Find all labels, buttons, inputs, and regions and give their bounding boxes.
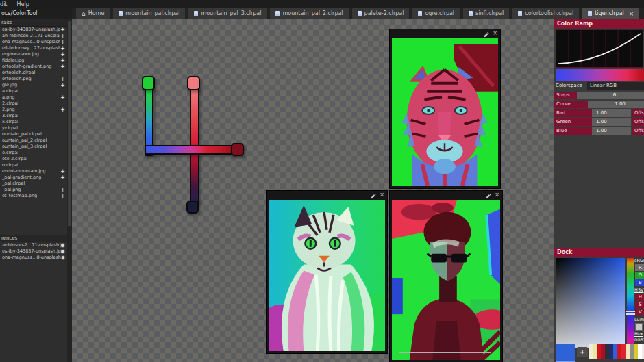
- ramp-node-green[interactable]: [142, 76, 155, 90]
- visibility-icon[interactable]: [61, 244, 64, 247]
- add-icon[interactable]: +: [60, 194, 65, 198]
- close-icon[interactable]: ×: [629, 11, 634, 16]
- viewer-scrollbar[interactable]: [399, 352, 491, 353]
- visibility-icon[interactable]: [62, 256, 64, 259]
- file-item[interactable]: _pal.clrpal: [0, 181, 67, 187]
- image-viewer-man[interactable]: ×: [389, 190, 503, 362]
- file-item[interactable]: an-robinson-2…71-unsplash.jpg+: [0, 33, 67, 39]
- add-icon[interactable]: +: [60, 34, 65, 38]
- file-item[interactable]: ountain_pal_3.clrpal: [0, 144, 67, 150]
- file-item[interactable]: es-iby-343837-unsplash.jpg: [0, 248, 67, 255]
- hue-slider[interactable]: [627, 258, 634, 348]
- ramp-node-dark-red[interactable]: [231, 143, 244, 156]
- image-viewer-tiger[interactable]: ×: [389, 29, 501, 189]
- current-color-swatch[interactable]: [556, 344, 575, 362]
- close-icon[interactable]: ×: [495, 192, 499, 198]
- ramp-bar-pink-dark[interactable]: [190, 83, 199, 204]
- add-icon[interactable]: +: [60, 188, 65, 192]
- tab-mountain-pal-clrpal[interactable]: mountain_pal.clrpal: [113, 8, 185, 19]
- file-item[interactable]: ortoolish.clrpal: [0, 70, 67, 76]
- channel-r-button[interactable]: R: [635, 264, 644, 271]
- add-icon[interactable]: +: [60, 175, 65, 180]
- file-item[interactable]: _pal-gradient.png+: [0, 174, 67, 181]
- file-item[interactable]: eil-fedorowy…27-unsplash.jpg+: [0, 45, 67, 51]
- channel-v-button[interactable]: V: [635, 309, 644, 315]
- pick-color-icon[interactable]: [370, 192, 376, 198]
- file-item[interactable]: endol-mountain.jpg+: [0, 168, 67, 174]
- add-icon[interactable]: +: [60, 107, 65, 112]
- tab-sinfi-clrpal[interactable]: sinfi.clrpal: [463, 8, 509, 19]
- ramp-bar-blue-red[interactable]: [145, 145, 243, 155]
- image-viewer-cat[interactable]: ×: [266, 190, 388, 354]
- scrollbar-thumb[interactable]: [68, 21, 71, 226]
- channel-h-button[interactable]: H: [635, 294, 644, 300]
- red-input[interactable]: 1.00: [592, 109, 631, 117]
- add-icon[interactable]: +: [60, 83, 65, 88]
- file-item[interactable]: es-iby-343837-unsplash.jpg+: [0, 27, 67, 33]
- file-item[interactable]: gle.jpg+: [0, 82, 67, 88]
- dock-header[interactable]: Dock: [554, 248, 644, 257]
- hex-value[interactable]: 0061B5: [634, 337, 644, 343]
- file-item[interactable]: _pal.png+: [0, 187, 67, 193]
- hex-label[interactable]: Hex: [634, 331, 644, 337]
- add-icon[interactable]: +: [60, 52, 65, 57]
- blue-input[interactable]: 1.00: [592, 127, 631, 135]
- add-icon[interactable]: +: [60, 58, 65, 63]
- file-item[interactable]: ortoolish-gradient.png+: [0, 64, 67, 70]
- file-item[interactable]: ona-magnuss…0-unsplash.jpg: [0, 255, 67, 261]
- hsv-label[interactable]: HSV: [634, 287, 644, 293]
- menu-edit[interactable]: Edit: [0, 1, 9, 8]
- green-input[interactable]: 1.00: [592, 118, 631, 126]
- file-item[interactable]: 2.png+: [0, 107, 67, 113]
- colorspace-select[interactable]: Linear RGB: [587, 82, 644, 90]
- tab-mountain-pal-2-clrpal[interactable]: mountain_pal_2.clrpal: [270, 8, 348, 19]
- file-item[interactable]: et_testmap.png+: [0, 193, 67, 199]
- ramp-curve-graph[interactable]: [556, 29, 643, 68]
- file-item[interactable]: 2.clrpal: [0, 101, 67, 107]
- section-header[interactable]: raits: [0, 19, 67, 27]
- channel-b-button[interactable]: B: [635, 279, 644, 286]
- hue-slider-handle[interactable]: [626, 311, 636, 315]
- tab-tiger-clrpal[interactable]: tiger.clrpal×: [582, 8, 639, 19]
- tab-home[interactable]: ⌂Home: [76, 8, 110, 19]
- file-item[interactable]: x.clrpal: [0, 119, 67, 125]
- file-item[interactable]: 3.clrpal: [0, 113, 67, 119]
- add-icon[interactable]: +: [60, 95, 65, 100]
- luma-label[interactable]: Luma: [634, 317, 644, 322]
- canvas[interactable]: ×: [72, 19, 554, 362]
- file-item[interactable]: ortoolish.png+: [0, 76, 67, 82]
- sidebar-scrollbar[interactable]: [67, 19, 72, 362]
- add-icon[interactable]: +: [60, 64, 65, 69]
- add-icon[interactable]: +: [60, 169, 65, 174]
- file-item[interactable]: -robinson-2…71-unsplash.jpg: [0, 242, 67, 248]
- luma-checkbox[interactable]: [635, 323, 643, 331]
- ramp-gradient-preview[interactable]: [556, 69, 644, 81]
- add-icon[interactable]: +: [60, 40, 65, 44]
- section-header[interactable]: rences: [0, 235, 67, 242]
- tab-colortoolish-clrpal[interactable]: colortoolish.clrpal: [512, 8, 579, 19]
- color-ramp-header[interactable]: Color Ramp: [554, 19, 644, 28]
- pick-color-icon[interactable]: [483, 31, 489, 37]
- add-icon[interactable]: +: [60, 77, 65, 81]
- file-item[interactable]: a.png+: [0, 94, 67, 101]
- file-item[interactable]: ountain_pal_2.clrpal: [0, 138, 67, 144]
- ramp-node-dark-navy[interactable]: [186, 201, 199, 214]
- file-item[interactable]: ountain_pal.clrpal: [0, 131, 67, 138]
- srgb-label[interactable]: sRGB: [634, 258, 644, 263]
- pick-color-icon[interactable]: [485, 192, 491, 198]
- channel-g-button[interactable]: G: [635, 272, 644, 279]
- tab-palete-2-clrpal[interactable]: palete-2.clrpal: [352, 8, 410, 19]
- file-item[interactable]: ona-magnuss…0-unsplash.jpg+: [0, 39, 67, 45]
- file-item[interactable]: ete-2.clrpal: [0, 156, 67, 162]
- saturation-value-picker[interactable]: [556, 258, 625, 348]
- file-item[interactable]: fiddler.jpg+: [0, 57, 67, 64]
- tab-ogre-clrpal[interactable]: ogre.clrpal: [412, 8, 460, 19]
- steps-input[interactable]: 6: [577, 92, 644, 99]
- curve-input[interactable]: 1.00: [588, 101, 644, 108]
- file-item[interactable]: y.clrpal: [0, 125, 67, 131]
- add-icon[interactable]: +: [60, 27, 65, 32]
- visibility-icon[interactable]: [61, 250, 64, 253]
- close-icon[interactable]: ×: [380, 192, 384, 198]
- menu-help[interactable]: Help: [16, 1, 31, 8]
- file-item[interactable]: a.clrpal: [0, 88, 67, 94]
